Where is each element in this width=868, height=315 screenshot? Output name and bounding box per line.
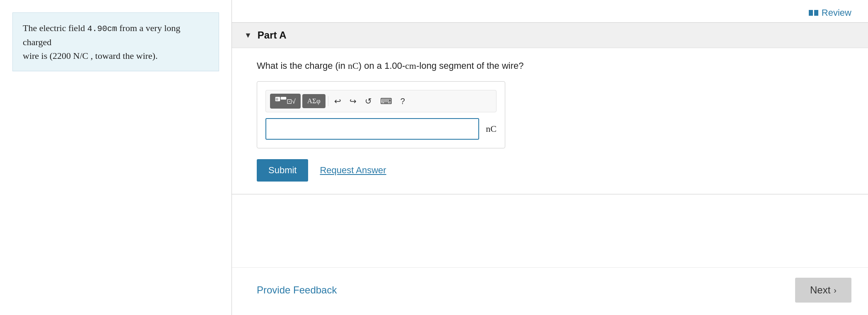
reset-button[interactable]: ↺	[362, 94, 375, 108]
keyboard-icon: ⌨	[380, 96, 392, 106]
next-chevron-icon: ›	[834, 286, 837, 295]
undo-button[interactable]: ↩	[331, 94, 345, 108]
math-template-icon: ⊡√	[287, 97, 296, 105]
undo-icon: ↩	[334, 96, 341, 106]
problem-text: The electric field 4.90cm from a very lo…	[23, 23, 181, 61]
help-icon: ?	[400, 97, 405, 106]
part-a-section: ▼ Part A What is the charge (in nC) on a…	[232, 22, 868, 194]
unit-inline: nC	[348, 61, 359, 71]
toolbar-separator-1	[328, 96, 328, 106]
top-bar: Review	[232, 0, 868, 22]
answer-box: ⊞ □ ⊡√ ΑΣφ ↩ ↪	[257, 81, 505, 148]
part-a-header: ▼ Part A	[232, 23, 868, 48]
math-template-button[interactable]: ⊞ □ ⊡√	[270, 94, 301, 109]
svg-text:□: □	[276, 97, 278, 101]
question-content: What is the charge (in nC) on a 1.00-cm-…	[232, 48, 868, 194]
redo-icon: ↪	[350, 96, 357, 106]
request-answer-button[interactable]: Request Answer	[320, 165, 386, 176]
request-answer-label: Request Answer	[320, 165, 386, 175]
bottom-bar: Provide Feedback Next ›	[232, 267, 868, 315]
submit-button[interactable]: Submit	[257, 159, 308, 182]
answer-input[interactable]	[265, 118, 479, 140]
unit-label: nC	[486, 124, 497, 134]
question-text: What is the charge (in nC) on a 1.00-cm-…	[257, 61, 843, 71]
keyboard-button[interactable]: ⌨	[377, 94, 395, 108]
provide-feedback-button[interactable]: Provide Feedback	[257, 284, 337, 296]
redo-button[interactable]: ↪	[346, 94, 360, 108]
distance-value: 4.90	[87, 24, 107, 34]
distance-unit: cm	[107, 24, 117, 34]
part-a-title: Part A	[258, 29, 287, 41]
help-button[interactable]: ?	[397, 94, 408, 108]
right-panel: Review ▼ Part A What is the charge (in n…	[232, 0, 868, 315]
review-icon	[809, 10, 818, 16]
unit-cm-inline: cm	[405, 61, 416, 71]
submit-row: Submit Request Answer	[257, 159, 843, 182]
submit-label: Submit	[268, 165, 297, 175]
math-toolbar: ⊞ □ ⊡√ ΑΣφ ↩ ↪	[265, 90, 497, 112]
review-button[interactable]: Review	[809, 7, 851, 18]
input-row: nC	[265, 118, 497, 140]
greek-symbols-button[interactable]: ΑΣφ	[302, 94, 326, 108]
next-label: Next	[810, 284, 830, 296]
svg-rect-1	[281, 97, 286, 99]
greek-icon: ΑΣφ	[307, 97, 321, 105]
reset-icon: ↺	[365, 96, 372, 106]
left-panel: The electric field 4.90cm from a very lo…	[0, 0, 232, 315]
collapse-chevron-icon[interactable]: ▼	[244, 31, 252, 40]
next-button[interactable]: Next ›	[795, 278, 851, 303]
provide-feedback-label: Provide Feedback	[257, 284, 337, 296]
review-label: Review	[822, 7, 851, 18]
problem-statement: The electric field 4.90cm from a very lo…	[12, 12, 219, 71]
